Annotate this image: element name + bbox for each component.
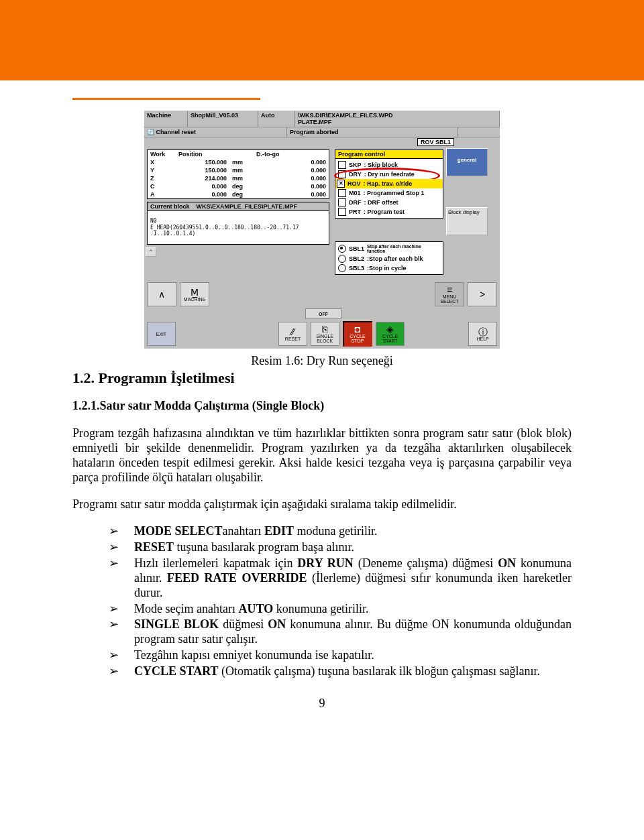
current-block-path: WKS\EXAMPLE_FILES\PLATE.MPF <box>197 203 297 210</box>
mode-auto: Auto <box>258 111 295 127</box>
col-work: Work <box>148 150 176 158</box>
sbl3[interactable]: SBL3:Stop in cycle <box>338 263 440 273</box>
bullet-4: Mode seçim anahtarı AUTO konumuna getiri… <box>109 602 572 617</box>
pc-drf[interactable]: DRF: DRF offset <box>338 198 440 207</box>
channel-reset: 🔄 Channel reset <box>144 127 287 137</box>
softkey-up[interactable]: ∧ <box>147 282 176 306</box>
page-number: 9 <box>72 697 572 711</box>
softkey-exit[interactable]: EXIT <box>147 322 176 346</box>
bullet-6: Tezgâhın kapısı emniyet konumunda ise ka… <box>109 648 572 663</box>
bullet-list: MODE SELECTanahtarı EDIT moduna getirili… <box>72 524 572 680</box>
sbl2[interactable]: SBL2:Stop after each blk <box>338 254 440 263</box>
section-heading: 1.2. Programın İşletilmesi <box>72 369 572 387</box>
axis-panel: Work Position D.-to-go X150.000mm0.000 Y… <box>147 149 329 199</box>
label-machine: Machine <box>144 111 188 127</box>
off-indicator: OFF <box>305 308 341 319</box>
program-aborted: Program aborted <box>287 127 458 137</box>
pc-rov[interactable]: ROV: Rap. trav. o/ride <box>335 179 443 188</box>
program-path-1: \WKS.DIR\EXAMPLE_FILES.WPD <box>298 112 496 119</box>
page-header-banner <box>0 0 644 80</box>
bullet-2: RESET tuşuna basılarak program başa alın… <box>109 540 572 555</box>
program-path-2: PLATE.MPF <box>298 119 496 125</box>
sbl-panel: SBL1Stop after each machine function SBL… <box>335 241 443 275</box>
sidebtn-general[interactable]: general <box>446 148 488 176</box>
cnc-screenshot: Machine ShopMill_V05.03 Auto \WKS.DIR\EX… <box>144 111 500 349</box>
subsection-heading: 1.2.1.Satır satır Modda Çalıştırma (Sing… <box>72 399 572 413</box>
pc-dry[interactable]: DRY: Dry run feedrate <box>338 170 440 179</box>
sidebtn-block-display[interactable]: Block display <box>446 207 488 235</box>
softkey-machine[interactable]: M̲MACHINE <box>180 282 209 306</box>
current-block-label: Current block <box>150 203 190 210</box>
pc-m01[interactable]: M01: Programmed Stop 1 <box>338 188 440 198</box>
bullet-1: MODE SELECTanahtarı EDIT moduna getirili… <box>109 524 572 539</box>
bullet-7: CYCLE START (Otomatik çalışma) tuşuna ba… <box>109 664 572 679</box>
col-dtogo: D.-to-go <box>254 150 329 158</box>
softkey-cycle-stop[interactable]: ◘CYCLE STOP <box>343 321 373 347</box>
paragraph-1: Program tezgâh hafızasına alındıktan ve … <box>72 426 572 485</box>
paragraph-2: Programı satır satır modda çalıştırmak i… <box>72 497 572 512</box>
bullet-3: Hızlı ilerlemeleri kapatmak için DRY RUN… <box>109 556 572 601</box>
figure-caption: Resim 1.6: Dry Run seçeneği <box>72 354 572 368</box>
softkey-menu-select[interactable]: ≡MENU SELECT <box>435 282 464 306</box>
program-control-title: Program control <box>335 150 443 159</box>
softkey-reset[interactable]: ⁄⁄RESET <box>278 322 307 346</box>
softkey-cycle-start[interactable]: ◈CYCLE START <box>376 322 405 346</box>
label-shopmill: ShopMill_V05.03 <box>188 111 258 127</box>
softkey-help[interactable]: ⓘHELP <box>468 322 497 346</box>
pc-skp[interactable]: SKP: Skip block <box>338 160 440 170</box>
softkey-next[interactable]: > <box>468 282 497 306</box>
col-position: Position <box>176 150 229 158</box>
bullet-5: SINGLE BLOK düğmesi ON konumuna alınır. … <box>109 617 572 647</box>
current-block-text: N0 E_HEAD(260439551.0..0..0..180..180..-… <box>148 217 329 239</box>
rov-sbl1-badge: ROV SBL1 <box>417 138 454 146</box>
softkey-single-block[interactable]: ⎘SINGLE BLOCK <box>311 322 339 346</box>
sbl1[interactable]: SBL1Stop after each machine function <box>338 243 440 254</box>
orange-rule <box>72 98 260 100</box>
current-block-panel: Current block WKS\EXAMPLE_FILES\PLATE.MP… <box>147 202 329 245</box>
pc-prt[interactable]: PRT: Program test <box>338 207 440 217</box>
scroll-up-button[interactable]: ^ <box>146 247 156 257</box>
program-control-panel: Program control SKP: Skip block DRY: Dry… <box>335 149 443 219</box>
